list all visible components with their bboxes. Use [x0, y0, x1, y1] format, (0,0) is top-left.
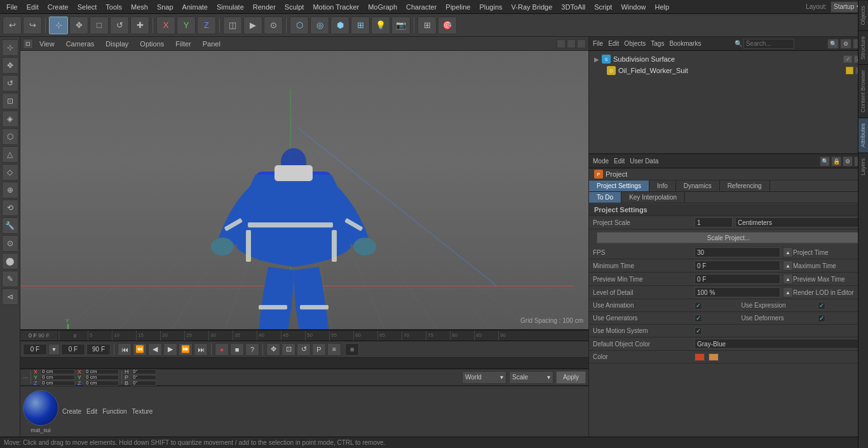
material-preview[interactable]: mat_sui: [23, 390, 58, 433]
vtab-structure[interactable]: Structure: [858, 37, 868, 64]
left-tool-7[interactable]: △: [2, 146, 18, 163]
obj-search-input[interactable]: [743, 39, 794, 49]
left-tool-3[interactable]: ↺: [2, 75, 18, 92]
yp-coord-input[interactable]: [84, 375, 119, 380]
obj-subdivision-surface[interactable]: ▶ S Subdivision Surface ✓ ✓: [592, 53, 865, 65]
p-input[interactable]: [131, 375, 156, 380]
menu-item-file[interactable]: File: [3, 2, 22, 12]
obj-file-menu[interactable]: File: [593, 40, 603, 47]
menu-item-motion-tracker[interactable]: Motion Tracker: [309, 2, 363, 12]
obj-objects-menu[interactable]: Objects: [624, 40, 646, 47]
loop-button[interactable]: ↺: [297, 343, 311, 356]
left-tool-5[interactable]: ◈: [2, 111, 18, 127]
menu-item-script[interactable]: Script: [590, 2, 616, 12]
xp-coord-input[interactable]: [84, 369, 119, 374]
menu-item-render[interactable]: Render: [249, 2, 280, 12]
mat-function-menu[interactable]: Function: [102, 408, 126, 415]
menu-item-edit[interactable]: Edit: [23, 2, 43, 12]
attr-settings-icon-btn[interactable]: ⚙: [843, 156, 853, 166]
viewport-maximize-button[interactable]: [567, 39, 576, 48]
render-view-button[interactable]: ▶: [243, 17, 262, 34]
undo-button[interactable]: ↩: [3, 17, 22, 34]
z-axis-button[interactable]: Z: [197, 17, 216, 34]
redo-button[interactable]: ↪: [23, 17, 42, 34]
viewport-close-button[interactable]: [577, 39, 586, 48]
preview-min-input[interactable]: [695, 274, 780, 284]
viewport-tab-options[interactable]: Options: [135, 39, 169, 49]
viewport-expand-button[interactable]: [557, 39, 566, 48]
grid-button[interactable]: ⊞: [417, 17, 437, 34]
left-tool-11[interactable]: 🔧: [2, 217, 18, 234]
move-frame-button[interactable]: ✥: [266, 343, 280, 356]
camera-button[interactable]: 📷: [391, 17, 410, 34]
obj-tags-menu[interactable]: Tags: [651, 40, 664, 47]
attr-userdata-menu[interactable]: User Data: [630, 158, 658, 165]
attr-edit-menu[interactable]: Edit: [614, 158, 625, 165]
menu-item-sculpt[interactable]: Sculpt: [281, 2, 308, 12]
frame-down-button[interactable]: ▼: [48, 344, 60, 355]
plane-button[interactable]: ⊞: [351, 17, 370, 34]
vtab-content-browser[interactable]: Content Browser: [858, 64, 868, 118]
cylinder-button[interactable]: ⬢: [330, 17, 349, 34]
menu-item-plugins[interactable]: Plugins: [475, 2, 506, 12]
step-back-button[interactable]: ⏪: [133, 343, 147, 356]
viewport-tab-view[interactable]: View: [34, 39, 60, 49]
use-motion-checkbox[interactable]: ✓: [695, 327, 702, 335]
zp-coord-input[interactable]: [84, 381, 119, 386]
attr-tab-referencing[interactable]: Referencing: [720, 180, 770, 191]
menu-item-vray[interactable]: V-Ray Bridge: [508, 2, 557, 12]
left-tool-9[interactable]: ⊕: [2, 182, 18, 198]
go-end-button[interactable]: ⏭: [194, 343, 208, 356]
default-color-dropdown[interactable]: Gray-Blue ▾: [695, 339, 864, 349]
interactive-render-button[interactable]: ⊙: [264, 17, 283, 34]
menu-item-simulate[interactable]: Simulate: [213, 2, 248, 12]
left-tool-1[interactable]: ⊹: [2, 39, 18, 56]
timeline-extra-button[interactable]: ▦: [345, 343, 359, 356]
start-frame-input[interactable]: [61, 344, 85, 355]
left-tool-15[interactable]: ⊲: [2, 288, 18, 305]
menu-item-help[interactable]: Help: [651, 2, 674, 12]
menu-item-mograph[interactable]: MoGraph: [364, 2, 401, 12]
min-time-input[interactable]: [695, 261, 780, 271]
menu-item-3dtoall[interactable]: 3DToAll: [557, 2, 589, 12]
fps-stepper[interactable]: ▲: [783, 247, 793, 257]
menu-item-character[interactable]: Character: [402, 2, 440, 12]
b-input[interactable]: [131, 381, 156, 386]
menu-item-tools[interactable]: Tools: [102, 2, 126, 12]
y-axis-button[interactable]: Y: [177, 17, 196, 34]
light-button[interactable]: 💡: [371, 17, 390, 34]
menu-item-create[interactable]: Create: [44, 2, 72, 12]
scale-tool-button[interactable]: □: [90, 17, 109, 34]
viewport-tab-cameras[interactable]: Cameras: [61, 39, 100, 49]
obj-oil-suit[interactable]: O Oil_Field_Worker_Suit ⊙: [592, 65, 865, 76]
move-tool-button[interactable]: ✥: [69, 17, 88, 34]
left-tool-6[interactable]: ⬡: [2, 128, 18, 145]
attr-tab-project-settings[interactable]: Project Settings: [589, 180, 649, 191]
cube-button[interactable]: ⬡: [290, 17, 309, 34]
mat-create-menu[interactable]: Create: [62, 408, 81, 415]
keyframe-button[interactable]: ?: [245, 343, 259, 356]
bounce-button[interactable]: P: [312, 343, 326, 356]
attr-mode-menu[interactable]: Mode: [593, 158, 609, 165]
menu-item-select[interactable]: Select: [74, 2, 101, 12]
use-gen-checkbox[interactable]: ✓: [695, 315, 702, 322]
use-expr-checkbox[interactable]: ✓: [818, 302, 825, 309]
current-frame-input[interactable]: [23, 344, 47, 355]
left-tool-8[interactable]: ◇: [2, 164, 18, 180]
vtab-layers[interactable]: Layers: [858, 153, 868, 180]
obj-icon-1[interactable]: 🔍: [827, 39, 839, 49]
use-anim-checkbox[interactable]: ✓: [695, 302, 702, 309]
y-coord-input[interactable]: [40, 375, 75, 380]
scale-dropdown[interactable]: Scale ▾: [509, 371, 553, 384]
obj-edit-menu[interactable]: Edit: [608, 40, 619, 47]
project-scale-unit-dropdown[interactable]: Centimeters ▾: [735, 217, 864, 227]
attr-tab-info[interactable]: Info: [649, 180, 676, 191]
left-tool-14[interactable]: ✎: [2, 271, 18, 287]
snap-button[interactable]: 🎯: [438, 17, 457, 34]
step-forward-button[interactable]: ⏩: [179, 343, 193, 356]
vtab-attributes[interactable]: Attributes: [858, 118, 868, 153]
attr-tab-todo[interactable]: To Do: [589, 192, 621, 203]
select-tool-button[interactable]: ⊹: [49, 17, 68, 34]
x-axis-button[interactable]: X: [156, 17, 175, 34]
obj-icon-2[interactable]: ⚙: [840, 39, 851, 49]
